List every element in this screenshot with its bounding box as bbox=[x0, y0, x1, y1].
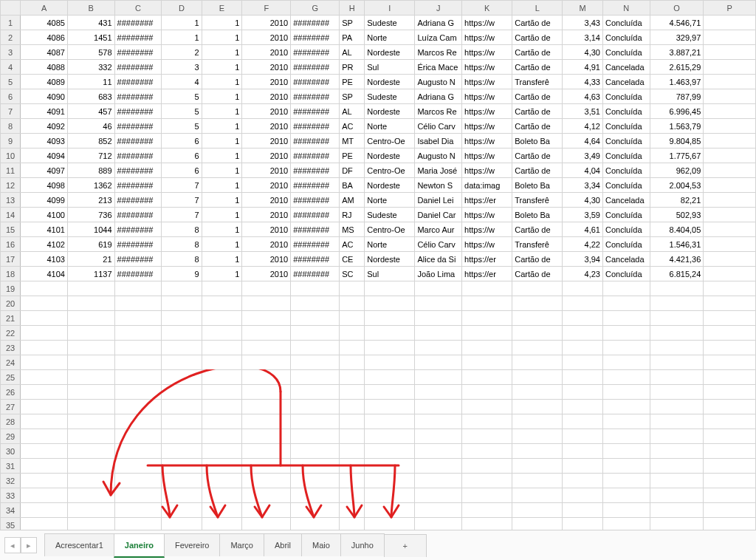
cell[interactable] bbox=[242, 400, 291, 414]
cell[interactable]: Boleto Ba bbox=[512, 208, 563, 222]
row-header[interactable]: 17 bbox=[1, 252, 21, 267]
cell[interactable] bbox=[563, 385, 603, 400]
cell[interactable] bbox=[162, 296, 202, 311]
cell[interactable]: https://w bbox=[462, 222, 512, 237]
cell[interactable]: 82,21 bbox=[650, 193, 704, 208]
col-header[interactable]: J bbox=[415, 1, 462, 16]
cell[interactable] bbox=[563, 341, 603, 355]
cell[interactable]: Concluída bbox=[602, 119, 650, 134]
cell[interactable]: 1137 bbox=[67, 267, 114, 281]
cell[interactable]: 4098 bbox=[21, 178, 68, 193]
cell[interactable] bbox=[21, 429, 68, 444]
cell[interactable]: 4086 bbox=[21, 30, 68, 45]
cell[interactable]: Cancelada bbox=[602, 252, 650, 267]
cell[interactable] bbox=[67, 341, 114, 355]
cell[interactable] bbox=[704, 370, 756, 385]
cell[interactable] bbox=[365, 488, 415, 503]
row-header[interactable]: 19 bbox=[1, 281, 21, 296]
cell[interactable] bbox=[291, 444, 340, 459]
cell[interactable]: https://w bbox=[462, 163, 512, 178]
cell[interactable]: 736 bbox=[67, 208, 114, 222]
cell[interactable]: Sudeste bbox=[365, 16, 415, 30]
cell[interactable]: Centro-Oe bbox=[365, 134, 415, 148]
cell[interactable] bbox=[650, 326, 704, 341]
cell[interactable]: 962,09 bbox=[650, 163, 704, 178]
sheet-tab[interactable]: Março bbox=[219, 533, 264, 556]
cell[interactable]: 11 bbox=[67, 75, 114, 89]
cell[interactable]: Adriana G bbox=[415, 16, 462, 30]
cell[interactable] bbox=[462, 414, 512, 429]
cell[interactable] bbox=[242, 281, 291, 296]
cell[interactable]: 4104 bbox=[21, 267, 68, 281]
cell[interactable]: https://w bbox=[462, 89, 512, 104]
cell[interactable] bbox=[365, 385, 415, 400]
cell[interactable]: Norte bbox=[365, 119, 415, 134]
cell[interactable] bbox=[365, 459, 415, 474]
cell[interactable]: ######## bbox=[291, 163, 340, 178]
cell[interactable]: 4.421,36 bbox=[650, 252, 704, 267]
cell[interactable] bbox=[462, 474, 512, 488]
cell[interactable] bbox=[21, 370, 68, 385]
cell[interactable] bbox=[114, 385, 162, 400]
cell[interactable]: João Lima bbox=[415, 267, 462, 281]
cell[interactable] bbox=[365, 296, 415, 311]
cell[interactable]: ######## bbox=[114, 193, 162, 208]
cell[interactable] bbox=[462, 296, 512, 311]
cell[interactable] bbox=[242, 429, 291, 444]
cell[interactable] bbox=[340, 296, 365, 311]
col-header[interactable]: G bbox=[291, 1, 340, 16]
cell[interactable] bbox=[340, 414, 365, 429]
cell[interactable]: 4092 bbox=[21, 119, 68, 134]
cell[interactable]: Érica Mace bbox=[415, 60, 462, 75]
cell[interactable] bbox=[242, 355, 291, 370]
col-header[interactable]: K bbox=[462, 1, 512, 16]
cell[interactable] bbox=[365, 400, 415, 414]
cell[interactable]: ######## bbox=[114, 16, 162, 30]
cell[interactable]: 2010 bbox=[242, 30, 291, 45]
cell[interactable] bbox=[563, 459, 603, 474]
cell[interactable]: 8 bbox=[162, 222, 202, 237]
cell[interactable]: 2010 bbox=[242, 89, 291, 104]
cell[interactable]: 1 bbox=[202, 252, 242, 267]
cell[interactable] bbox=[340, 503, 365, 518]
cell[interactable] bbox=[202, 400, 242, 414]
cell[interactable]: 2010 bbox=[242, 252, 291, 267]
cell[interactable]: Cartão de bbox=[512, 45, 563, 60]
cell[interactable] bbox=[602, 355, 650, 370]
row-header[interactable]: 16 bbox=[1, 237, 21, 252]
cell[interactable] bbox=[415, 400, 462, 414]
cell[interactable]: https://w bbox=[462, 45, 512, 60]
cell[interactable] bbox=[512, 370, 563, 385]
cell[interactable] bbox=[242, 385, 291, 400]
row-header[interactable]: 27 bbox=[1, 400, 21, 414]
cell[interactable] bbox=[563, 355, 603, 370]
cell[interactable]: Marcos Re bbox=[415, 45, 462, 60]
cell[interactable] bbox=[340, 488, 365, 503]
cell[interactable]: ######## bbox=[114, 267, 162, 281]
cell[interactable]: 5 bbox=[162, 119, 202, 134]
cell[interactable]: Sul bbox=[365, 267, 415, 281]
cell[interactable]: 2010 bbox=[242, 45, 291, 60]
cell[interactable] bbox=[415, 459, 462, 474]
row-header[interactable]: 8 bbox=[1, 119, 21, 134]
cell[interactable] bbox=[242, 414, 291, 429]
cell[interactable] bbox=[291, 326, 340, 341]
cell[interactable]: 4,23 bbox=[563, 267, 603, 281]
cell[interactable]: ######## bbox=[291, 208, 340, 222]
cell[interactable]: ######## bbox=[114, 252, 162, 267]
cell[interactable] bbox=[602, 281, 650, 296]
cell[interactable] bbox=[563, 400, 603, 414]
row-header[interactable]: 6 bbox=[1, 89, 21, 104]
cell[interactable] bbox=[162, 370, 202, 385]
cell[interactable] bbox=[365, 341, 415, 355]
cell[interactable] bbox=[704, 311, 756, 326]
cell[interactable]: 4,12 bbox=[563, 119, 603, 134]
cell[interactable] bbox=[21, 355, 68, 370]
cell[interactable] bbox=[704, 488, 756, 503]
cell[interactable] bbox=[340, 281, 365, 296]
cell[interactable] bbox=[202, 429, 242, 444]
cell[interactable] bbox=[67, 503, 114, 518]
cell[interactable] bbox=[340, 326, 365, 341]
cell[interactable] bbox=[67, 385, 114, 400]
cell[interactable] bbox=[114, 429, 162, 444]
